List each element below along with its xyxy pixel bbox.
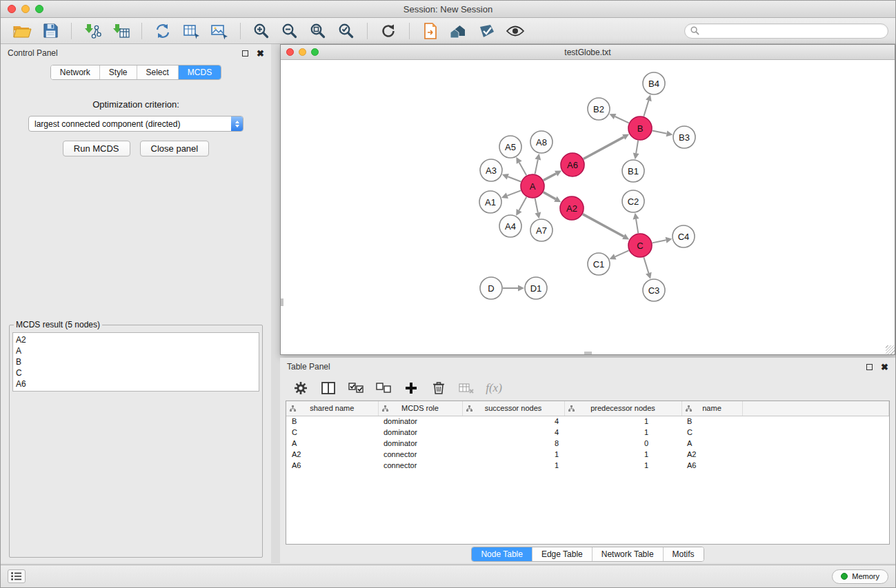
table-cell[interactable]: 1 (564, 460, 681, 471)
graph-node[interactable]: A3 (480, 159, 502, 181)
graph-edge[interactable] (644, 257, 648, 273)
close-panel-icon[interactable]: ✖ (257, 49, 264, 58)
network-zoom-button[interactable] (311, 48, 319, 56)
table-row[interactable]: Adominator80A (286, 438, 889, 449)
graph-node[interactable]: D (480, 277, 502, 299)
graph-node[interactable]: C (628, 234, 652, 257)
graph-node[interactable]: C2 (622, 190, 644, 212)
graph-edge[interactable] (615, 250, 629, 256)
table-cell[interactable]: dominator (378, 416, 462, 427)
graph-node[interactable]: A1 (479, 191, 501, 213)
table-cell[interactable]: 8 (462, 438, 564, 449)
network-canvas[interactable]: B4B2BB3B1A5A8A6A3AA1C2A2A4A7C4CC1C3DD1 (281, 60, 895, 354)
column-header-name[interactable]: name (681, 401, 742, 416)
graph-node[interactable]: A7 (530, 219, 552, 241)
tab-mcds[interactable]: MCDS (178, 65, 221, 79)
table-cell[interactable]: dominator (378, 438, 462, 449)
save-session-button[interactable] (39, 21, 62, 41)
optimization-criterion-select[interactable]: largest connected component (directed) (28, 116, 243, 132)
table-row[interactable]: A6connector11A6 (286, 460, 889, 471)
graph-node[interactable]: A5 (499, 136, 521, 158)
run-mcds-button[interactable]: Run MCDS (63, 141, 130, 156)
show-hide-button[interactable] (504, 21, 527, 41)
graph-node[interactable]: B3 (673, 126, 695, 148)
network-close-button[interactable] (286, 48, 294, 56)
mcds-result-item[interactable]: C (16, 367, 256, 378)
report-button[interactable] (419, 21, 442, 41)
mcds-result-item[interactable]: A2 (16, 334, 256, 345)
table-cell[interactable]: C (286, 427, 378, 438)
graph-edge[interactable] (644, 101, 648, 116)
home-view-button[interactable] (447, 21, 470, 41)
tab-network[interactable]: Network (51, 65, 99, 79)
minimize-window-button[interactable] (21, 5, 30, 13)
graph-node[interactable]: A4 (499, 215, 521, 237)
float-table-panel-icon[interactable] (866, 364, 873, 370)
table-cell[interactable]: A (286, 438, 378, 449)
table-cell[interactable]: 0 (564, 438, 681, 449)
table-cell[interactable]: B (681, 416, 742, 427)
network-minimize-button[interactable] (299, 48, 306, 56)
column-header-successor-nodes[interactable]: successor nodes (462, 401, 564, 416)
import-network-button[interactable] (81, 21, 104, 41)
graph-edge[interactable] (519, 197, 527, 210)
table-cell[interactable]: A (681, 438, 742, 449)
mcds-result-item[interactable]: A6 (16, 378, 256, 389)
graph-node[interactable]: B1 (622, 160, 644, 182)
table-cell[interactable]: A6 (286, 460, 378, 471)
table-cell[interactable]: dominator (378, 427, 462, 438)
add-column-button[interactable] (403, 378, 419, 398)
new-network-button[interactable] (151, 21, 175, 41)
mcds-result-list[interactable]: A2ABCA6 (12, 332, 259, 392)
mcds-result-item[interactable]: A (16, 345, 256, 356)
close-table-panel-icon[interactable]: ✖ (881, 363, 888, 372)
graph-node[interactable]: A2 (560, 196, 584, 220)
column-header-shared-name[interactable]: shared name (286, 401, 378, 416)
graph-node[interactable]: A8 (530, 131, 552, 153)
close-window-button[interactable] (8, 5, 16, 13)
table-cell[interactable]: C (681, 427, 742, 438)
graph-node[interactable]: A (521, 174, 544, 198)
style-check-button[interactable] (475, 21, 499, 41)
graph-edge[interactable] (535, 199, 538, 213)
graph-edge[interactable] (615, 116, 629, 123)
graph-edge[interactable] (653, 131, 667, 134)
tab-motifs[interactable]: Motifs (663, 547, 704, 561)
table-cell[interactable]: A2 (286, 449, 378, 460)
table-cell[interactable]: 1 (462, 460, 564, 471)
tab-select[interactable]: Select (137, 65, 178, 79)
graph-edge[interactable] (653, 240, 666, 243)
graph-edge[interactable] (544, 192, 556, 199)
graph-node[interactable]: B4 (643, 72, 665, 94)
table-cell[interactable]: connector (378, 460, 462, 471)
h-scroll-stub[interactable] (584, 352, 592, 354)
graph-edge[interactable] (507, 190, 521, 195)
float-panel-icon[interactable] (242, 50, 248, 57)
apply-layout-button[interactable] (377, 21, 400, 41)
column-header-predecessor-nodes[interactable]: predecessor nodes (564, 401, 681, 416)
table-row[interactable]: Cdominator41C (286, 427, 889, 438)
table-row[interactable]: Bdominator41B (286, 416, 889, 427)
graph-node[interactable]: D1 (525, 277, 547, 299)
table-row[interactable]: A2connector11A2 (286, 449, 889, 460)
new-table-button[interactable] (179, 21, 203, 41)
zoom-in-button[interactable] (250, 21, 273, 41)
zoom-out-button[interactable] (278, 21, 301, 41)
graph-edge[interactable] (519, 163, 526, 176)
memory-button[interactable]: Memory (832, 569, 888, 584)
table-cell[interactable]: A6 (681, 460, 742, 471)
select-all-button[interactable] (348, 378, 364, 398)
table-cell[interactable]: 4 (462, 416, 564, 427)
table-cell[interactable]: A2 (681, 449, 742, 460)
table-settings-button[interactable] (292, 378, 309, 398)
graph-node[interactable]: B2 (588, 98, 610, 120)
table-cell[interactable]: connector (378, 449, 462, 460)
zoom-selected-button[interactable] (335, 21, 358, 41)
search-input[interactable] (703, 26, 882, 36)
mcds-result-item[interactable]: B (16, 356, 256, 367)
export-image-button[interactable] (208, 21, 231, 41)
resize-grip[interactable] (886, 345, 895, 354)
graph-edge[interactable] (636, 141, 638, 154)
tab-node-table[interactable]: Node Table (472, 547, 532, 561)
destroy-table-button[interactable] (458, 378, 475, 398)
